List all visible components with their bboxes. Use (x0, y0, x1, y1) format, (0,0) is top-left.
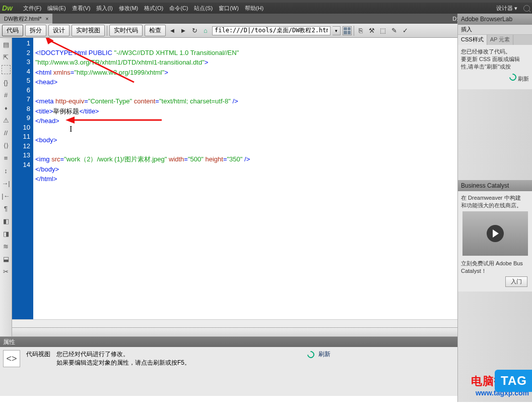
properties-message-1: 您已经对代码进行了修改。 (56, 350, 190, 359)
outdent-icon[interactable]: |← (2, 191, 11, 200)
properties-view-label: 代码视图 (26, 350, 50, 359)
forward-icon[interactable]: ► (179, 26, 188, 35)
text-cursor-icon: I (70, 125, 72, 134)
browserlab-panel-header[interactable]: Adobe BrowserLab (458, 14, 532, 25)
tool-icon-2[interactable]: ⚒ (367, 26, 376, 35)
bc-start-button[interactable]: 入门 (505, 276, 527, 287)
refresh-icon[interactable]: ↻ (190, 26, 199, 35)
document-tabs: DW教程2.html* × D:\tools\桌面\DW教程2.html (0, 14, 532, 24)
horizontal-scrollbar[interactable] (12, 319, 532, 327)
menu-commands[interactable]: 命令(C) (166, 4, 191, 13)
back-icon[interactable]: ◄ (168, 26, 177, 35)
address-field[interactable] (212, 26, 330, 35)
css-panel-msg3: 性,请单击"刷新"或按 (461, 63, 529, 71)
select-parent-icon[interactable] (2, 65, 11, 74)
syntax-error-icon[interactable]: ⚠ (2, 116, 11, 125)
menu-insert[interactable]: 插入(I) (93, 4, 115, 13)
menu-help[interactable]: 帮助(H) (242, 4, 267, 13)
svg-marker-3 (65, 117, 75, 124)
css-refresh-label[interactable]: 刷新 (518, 76, 529, 82)
address-dropdown[interactable]: ▾ (332, 26, 341, 35)
menu-bar: Dw 文件(F) 编辑(E) 查看(V) 插入(I) 修改(M) 格式(O) 命… (0, 3, 532, 14)
annotation-arrow-2 (63, 113, 169, 129)
home-icon[interactable]: ⌂ (201, 26, 210, 35)
ap-elements-tab[interactable]: AP 元素 (487, 35, 514, 45)
menu-modify[interactable]: 修改(M) (116, 4, 142, 13)
move-css-icon[interactable]: ↕ (2, 166, 11, 175)
properties-panel: 属性 ▾☰ <> 代码视图 您已经对代码进行了修改。 如果要编辑选定对象的属性，… (0, 336, 532, 396)
menu-window[interactable]: 窗口(W) (216, 4, 242, 13)
document-toolbar: 代码 拆分 设计 实时视图 实时代码 检查 ◄ ► ↻ ⌂ ▾ ⎘ ⚒ ⬚ ✎ … (0, 24, 532, 38)
highlight-icon[interactable]: ⬧ (2, 103, 11, 112)
insert-panel-header[interactable]: 插入 (458, 25, 532, 35)
document-tab-label: DW教程2.html* (4, 15, 42, 23)
format-source-icon[interactable]: ¶ (2, 204, 11, 213)
tool-extra-1[interactable]: ◧ (2, 216, 11, 225)
refresh-label[interactable]: 刷新 (318, 350, 330, 359)
tool-extra-2[interactable]: ◨ (2, 229, 11, 238)
tool-icon-4[interactable]: ✎ (389, 26, 398, 35)
properties-title: 属性 (3, 338, 15, 347)
menu-file[interactable]: 文件(F) (20, 4, 44, 13)
business-catalyst-header[interactable]: Business Catalyst (458, 180, 532, 191)
bc-video-thumbnail[interactable] (462, 211, 528, 256)
inspect-button[interactable]: 检查 (145, 25, 166, 36)
tag-badge: TAG (495, 370, 532, 392)
css-panel-msg2: 要更新 CSS 面板或编辑 (461, 55, 529, 63)
refresh-icon[interactable] (508, 72, 518, 82)
menu-site[interactable]: 站点(S) (191, 4, 216, 13)
code-view-icon: <> (3, 350, 20, 367)
right-panel-group: Adobe BrowserLab 插入 CSS样式 AP 元素 您已经修改了代码… (457, 14, 532, 402)
code-view-button[interactable]: 代码 (2, 25, 23, 36)
tool-extra-3[interactable]: ≋ (2, 242, 11, 251)
balance-braces-icon[interactable]: {} (2, 78, 11, 87)
tool-extra-4[interactable]: ⬓ (2, 254, 11, 263)
bc-msg2: 和功能强大的在线商店。 (461, 202, 529, 209)
refresh-icon[interactable] (306, 350, 316, 360)
line-numbers-icon[interactable]: # (2, 90, 11, 99)
live-code-button[interactable]: 实时代码 (109, 25, 143, 36)
search-icon[interactable] (523, 5, 530, 12)
tool-extra-5[interactable]: ✂ (2, 267, 11, 276)
tool-icon-5[interactable]: ✓ (401, 26, 410, 35)
recent-snippets-icon[interactable]: ≡ (2, 153, 11, 162)
bc-msg1: 在 Dreamweaver 中构建 (461, 194, 529, 202)
coding-toolbar: ▤ ⇱ {} # ⬧ ⚠ // ⟨⟩ ≡ ↕ →| |← ¶ ◧ ◨ ≋ ⬓ ✂ (0, 38, 12, 336)
play-icon (487, 225, 504, 242)
document-tab[interactable]: DW教程2.html* × (0, 14, 52, 24)
css-panel-msg1: 您已经修改了代码。 (461, 48, 529, 55)
properties-message-2: 如果要编辑选定对象的属性，请点击刷新或按F5。 (56, 359, 190, 367)
status-bar: 74 K / 2 秒 Unicode (UTF-8) (12, 327, 532, 336)
open-documents-icon[interactable]: ▤ (2, 40, 11, 49)
menu-view[interactable]: 查看(V) (69, 4, 94, 13)
multiscreen-icon[interactable] (343, 26, 352, 35)
wrap-tag-icon[interactable]: ⟨⟩ (2, 141, 11, 150)
menu-format[interactable]: 格式(O) (141, 4, 166, 13)
line-gutter: 1234567891011121314 (12, 38, 33, 319)
apply-comment-icon[interactable]: // (2, 128, 11, 137)
split-view-button[interactable]: 拆分 (25, 25, 46, 36)
svg-marker-1 (42, 38, 53, 46)
app-logo: Dw (2, 4, 16, 12)
close-icon[interactable]: × (46, 16, 49, 22)
bc-msg4: Catalyst！ (461, 267, 529, 275)
collapse-icon[interactable]: ⇱ (2, 52, 11, 62)
bc-msg3: 立刻免费试用 Adobe Bus (461, 260, 529, 267)
css-styles-tab[interactable]: CSS样式 (458, 35, 487, 45)
tool-icon-3[interactable]: ⬚ (378, 26, 387, 35)
live-view-button[interactable]: 实时视图 (72, 25, 105, 36)
design-view-button[interactable]: 设计 (48, 25, 70, 36)
indent-icon[interactable]: →| (2, 179, 11, 188)
menu-edit[interactable]: 编辑(E) (44, 4, 69, 13)
tool-icon-1[interactable]: ⎘ (356, 26, 365, 35)
workspace-switcher[interactable]: 设计器 ▾ (493, 4, 520, 13)
